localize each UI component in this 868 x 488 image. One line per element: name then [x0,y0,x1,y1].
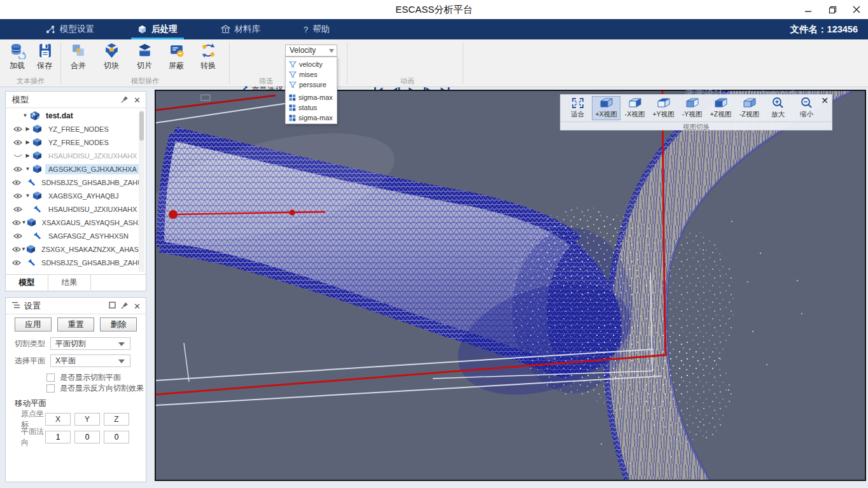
view-toolbar-close-icon[interactable]: ✕ [821,95,829,106]
viewport-3d[interactable] [155,90,866,481]
view-toolbar-group-label: 视图切换 [561,123,832,132]
grid-icon [289,104,296,111]
expander-icon[interactable]: ▶ [24,126,32,132]
tab-results[interactable]: 结果 [48,275,91,291]
normal-x-field[interactable] [46,433,69,442]
expander-icon[interactable]: ▼ [24,166,32,172]
eye-icon[interactable] [12,166,24,172]
probe-mid-sphere[interactable] [290,210,295,216]
tree-row-selected[interactable]: ▼ AGSGKJKG_GJHXAJKHXA [6,162,146,176]
show-cut-plane-checkbox[interactable] [46,373,55,382]
tab-post-processing[interactable]: 后处理 [116,19,199,39]
view-minus-x-button[interactable]: -X视图 [620,96,649,120]
normal-z-field[interactable] [105,433,128,442]
close-icon[interactable]: ✕ [134,302,141,311]
eye-closed-icon[interactable] [12,153,24,159]
origin-x-button[interactable]: X [45,413,71,426]
expander-icon[interactable]: ▼ [21,113,29,118]
mask-button[interactable]: 屏蔽 [162,42,191,75]
tree-row-root[interactable]: ▼ test.dat [6,109,146,122]
funnel-icon [289,61,297,68]
reverse-cut-checkbox[interactable] [46,384,55,393]
eye-icon[interactable] [12,126,24,132]
tab-material-library[interactable]: 材料库 [199,19,283,39]
tree-row[interactable]: ▶ HSAUHDISU_JZXIUXHAHX [6,149,146,162]
normal-y-field[interactable] [76,433,99,442]
expander-icon[interactable]: ▼ [24,193,32,199]
fit-view-button[interactable]: 适合 [563,96,592,120]
tree-row[interactable]: SDHSBJZS_GHSABJHB_ZAHU [6,176,146,189]
tree-row[interactable]: ▼ ZSXGX_HSAKAZNZXK_AHASX [6,242,146,256]
expander-icon[interactable]: ▼ [21,246,26,252]
merge-button[interactable]: 合并 [64,42,93,75]
eye-icon[interactable] [12,139,24,146]
eye-icon[interactable] [12,233,24,239]
reset-button[interactable]: 重置 [57,317,94,331]
escass-app: { "window": { "title": "ESCASS分析平台" }, "… [0,0,868,488]
dropdown-option-mises[interactable]: mises [286,69,337,80]
load-button[interactable]: 加载 [3,42,32,75]
normal-z-input[interactable] [104,431,129,443]
minimize-button[interactable] [803,4,813,15]
view-minus-z-button[interactable]: -Z视图 [735,96,764,120]
tree-row[interactable]: HSAUHDISU_JZXIUXHAHX [6,202,146,216]
eye-icon[interactable] [12,260,21,266]
zoom-in-button[interactable]: 放大 [764,96,792,120]
eye-icon[interactable] [12,193,24,199]
dropdown-option-sigma-max[interactable]: sigma-max [286,92,337,102]
close-button[interactable] [851,4,862,15]
reverse-cut-label: 是否显示反方向切割效果 [60,383,144,394]
zoom-out-button[interactable]: 缩小 [792,96,821,120]
tree-row[interactable]: ▼ XAGBSXG_AYHAQBJ [6,189,146,202]
arrow-icon [27,178,36,186]
slice-icon [136,42,153,59]
pin-icon[interactable] [121,302,129,311]
expander-icon[interactable]: ▶ [24,153,32,158]
tree-row[interactable]: ▶ YZ_FREE_NODES [6,122,146,136]
origin-z-button[interactable]: Z [104,413,129,426]
funnel-icon [289,71,297,78]
convert-button[interactable]: 转换 [193,42,223,75]
close-icon[interactable]: ✕ [134,95,141,105]
save-button[interactable]: 保存 [30,42,59,75]
maximize-panel-icon[interactable] [109,302,116,310]
apply-button[interactable]: 应用 [15,317,52,331]
origin-y-button[interactable]: Y [74,413,100,426]
tree-row[interactable]: SAGFASGZ_ASYHHXSN [6,229,146,242]
tree-row[interactable]: ▼ XSAXGAUS_AISYAQSH_ASHX [6,216,146,229]
eye-icon[interactable] [12,220,21,226]
tab-model[interactable]: 模型 [6,275,48,291]
tab-help[interactable]: ? 帮助 [282,19,351,39]
eye-icon[interactable] [12,206,24,213]
dropdown-option-perssure[interactable]: perssure [286,80,337,90]
view-minus-y-button[interactable]: -Y视图 [678,96,706,120]
eye-icon[interactable] [12,179,21,186]
view-plus-x-button[interactable]: +X视图 [592,96,620,120]
tree-scrollbar[interactable] [139,110,144,272]
dropdown-option-sigma-max-2[interactable]: sigma-max [286,113,337,123]
variable-combobox[interactable]: Velocity [285,45,337,57]
cut-block-button[interactable]: 切块 [97,42,126,75]
tree-row[interactable]: ▶ YZ_FREE_NODES [6,136,146,149]
cut-type-select[interactable]: 平面切割 [50,337,130,350]
expander-icon[interactable]: ▼ [21,220,27,225]
tree-row[interactable]: SDHSBJZS_GHSABJHB_ZAHU [6,256,146,269]
view-toolbar-divider [561,122,832,122]
scrollbar-thumb[interactable] [139,111,144,141]
normal-y-input[interactable] [74,431,100,443]
delete-button[interactable]: 删除 [100,317,137,331]
normal-x-input[interactable] [45,431,71,443]
plane-select[interactable]: X平面 [50,354,130,367]
dropdown-option-velocity[interactable]: velocity [286,59,337,69]
dropdown-option-status[interactable]: status [286,102,337,113]
view-plus-z-button[interactable]: +Z视图 [706,96,735,120]
model-file-icon [29,111,40,121]
restore-button[interactable] [827,4,837,15]
eye-icon[interactable] [12,246,21,253]
probe-endpoint-sphere[interactable] [169,210,178,219]
expander-icon[interactable]: ▶ [24,139,32,145]
slice-button[interactable]: 切片 [130,42,159,75]
tab-model-settings[interactable]: 模型设置 [24,19,116,39]
view-plus-y-button[interactable]: +Y视图 [649,96,678,120]
pin-icon[interactable] [121,95,129,105]
